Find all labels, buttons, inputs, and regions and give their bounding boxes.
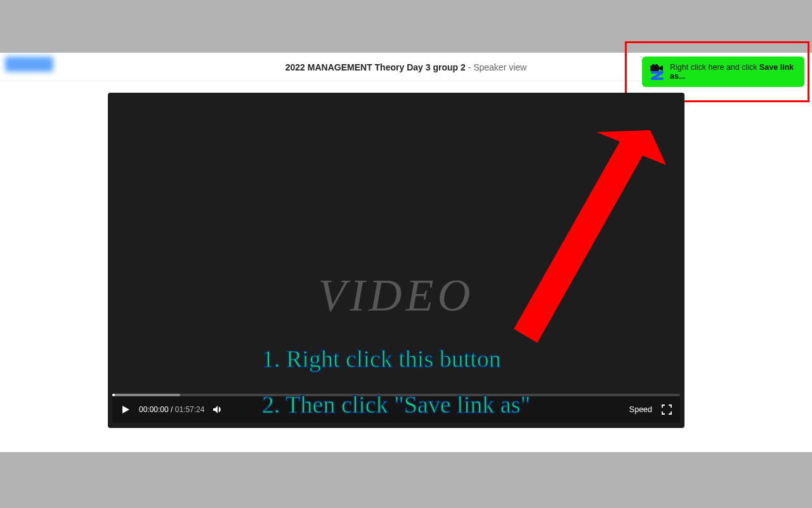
volume-icon [213,404,223,415]
title-main: 2022 MANAGEMENT Theory Day 3 group 2 [285,62,466,72]
zoom-download-icon [648,63,666,81]
page: 2022 MANAGEMENT Theory Day 3 group 2 - S… [0,53,812,452]
time-display: 00:00:00 / 01:57:24 [139,405,204,414]
svg-marker-1 [659,65,663,71]
title-view: Speaker view [473,62,527,72]
svg-rect-0 [650,65,659,71]
svg-marker-4 [122,406,129,413]
download-button-text-pre: Right click here and click [670,63,759,72]
play-icon [121,404,131,415]
time-duration: 01:57:24 [175,405,205,414]
download-button[interactable]: Right click here and click Save link as.… [642,57,804,87]
instruction-line-2: 2. Then click "Save link as" [262,389,706,420]
video-watermark: VIDEO [318,269,475,322]
title-sep: - [466,62,473,72]
play-button[interactable] [117,401,134,418]
video-player[interactable]: VIDEO 00:00:00 / 01:57:24 Speed [108,93,684,428]
svg-point-2 [652,64,655,67]
time-current: 00:00:00 [139,405,169,414]
time-sep: / [169,405,175,414]
volume-button[interactable] [209,401,226,418]
svg-point-3 [655,64,658,67]
svg-marker-5 [213,406,218,413]
instruction-line-1: 1. Right click this button [262,344,706,375]
download-button-label: Right click here and click Save link as.… [670,63,798,81]
